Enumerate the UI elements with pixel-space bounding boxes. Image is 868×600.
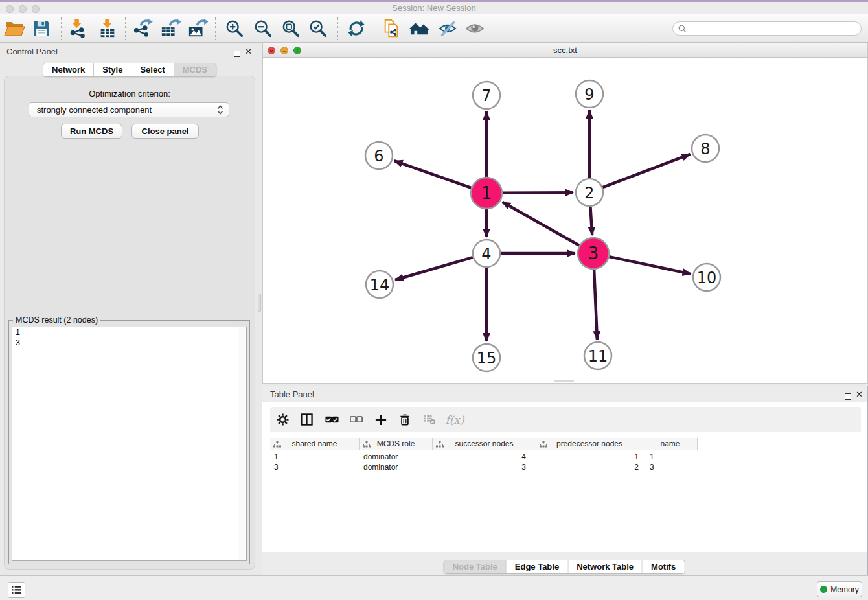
tab-network[interactable]: Network: [43, 63, 94, 76]
column-header-shared-name[interactable]: shared name: [270, 438, 360, 450]
graph-node-10[interactable]: 10: [693, 264, 720, 291]
column-header-mcds-role[interactable]: MCDS role: [360, 438, 433, 450]
graph-node-4[interactable]: 4: [473, 240, 500, 267]
export-image-button[interactable]: [185, 16, 210, 41]
graph-node-6[interactable]: 6: [365, 142, 393, 169]
column-header-successor-nodes[interactable]: successor nodes: [433, 438, 536, 450]
tab-style[interactable]: Style: [94, 63, 131, 76]
run-mcds-button[interactable]: Run MCDS: [61, 124, 122, 139]
open-session-button[interactable]: [2, 16, 27, 41]
delete-table-button[interactable]: [420, 407, 439, 432]
table-row[interactable]: 3 dominator 3 2 3: [270, 462, 861, 472]
panel-splitter-handle[interactable]: [258, 294, 261, 312]
graph-node-8[interactable]: 8: [692, 135, 719, 162]
table-panel-float-button[interactable]: [845, 391, 851, 402]
result-scrollbar[interactable]: [238, 327, 246, 560]
network-canvas[interactable]: 1234678910111415: [263, 58, 867, 384]
mcds-result-item: 3: [12, 338, 246, 348]
graph-edge-1-2[interactable]: [503, 192, 573, 193]
tab-mcds[interactable]: MCDS: [174, 63, 216, 76]
duplicate-network-button[interactable]: [380, 16, 404, 41]
hide-panels-button[interactable]: [435, 16, 460, 41]
graph-edge-2-8[interactable]: [603, 154, 691, 187]
import-network-button[interactable]: [65, 16, 90, 41]
graph-edge-3-1[interactable]: [502, 202, 579, 246]
tab-node-table[interactable]: Node Table: [444, 560, 507, 573]
control-panel-title: Control Panel: [6, 47, 58, 56]
tab-network-table[interactable]: Network Table: [568, 560, 643, 573]
memory-button[interactable]: Memory: [817, 581, 862, 597]
zoom-out-button[interactable]: [251, 16, 275, 41]
create-column-button[interactable]: [371, 407, 391, 432]
open-folder-icon: [4, 19, 25, 38]
window-title: Session: New Session: [0, 2, 868, 14]
import-table-button[interactable]: [95, 16, 120, 41]
table-row[interactable]: 1 dominator 4 1 1: [270, 452, 861, 462]
criterion-select[interactable]: strongly connected component: [29, 102, 229, 117]
graph-node-2[interactable]: 2: [576, 179, 603, 206]
graph-node-9[interactable]: 9: [576, 80, 603, 108]
zoom-in-button[interactable]: [222, 16, 247, 41]
graph-edge-3-11[interactable]: [594, 270, 597, 340]
search-input[interactable]: [690, 24, 861, 33]
tab-motifs[interactable]: Motifs: [643, 560, 684, 573]
control-panel-close-button[interactable]: ✕: [245, 49, 252, 55]
network-window-titlebar[interactable]: × − + scc.txt: [263, 43, 867, 58]
zoom-window-button[interactable]: [32, 5, 40, 13]
table-settings-button[interactable]: [273, 407, 292, 432]
close-window-button[interactable]: [6, 5, 14, 13]
show-columns-button[interactable]: [297, 407, 316, 432]
graph-node-1[interactable]: 1: [471, 178, 502, 209]
mcds-result-list[interactable]: 1 3: [12, 327, 247, 561]
export-image-icon: [187, 19, 208, 38]
hierarchy-icon: [363, 441, 371, 448]
cell-mcds-role: dominator: [360, 452, 433, 462]
home-icon: [408, 19, 430, 38]
graph-node-15[interactable]: 15: [473, 344, 500, 371]
graph-node-3[interactable]: 3: [578, 238, 609, 269]
export-network-icon: [132, 19, 153, 38]
network-hscrollbar[interactable]: [554, 380, 574, 382]
search-box[interactable]: [672, 21, 862, 36]
column-header-name[interactable]: name: [643, 438, 698, 450]
table-panel-close-button[interactable]: ✕: [856, 391, 863, 398]
close-panel-button[interactable]: Close panel: [131, 124, 199, 139]
delete-column-button[interactable]: [395, 407, 415, 432]
refresh-button[interactable]: [344, 16, 369, 41]
control-panel-tabs: Network Style Select MCDS: [43, 63, 216, 77]
function-builder-button[interactable]: f(x): [442, 407, 468, 432]
control-panel-float-button[interactable]: [234, 48, 240, 60]
toolbar-separator: [374, 17, 374, 40]
graph-node-label: 2: [584, 184, 594, 202]
save-session-button[interactable]: [29, 16, 54, 41]
select-all-button[interactable]: [322, 407, 341, 432]
graph-node-11[interactable]: 11: [584, 342, 611, 369]
show-panels-button[interactable]: [463, 16, 487, 41]
task-history-button[interactable]: [8, 582, 25, 598]
minimize-window-button[interactable]: [19, 5, 27, 13]
graph-edge-1-6[interactable]: [394, 161, 472, 188]
fx-icon: f(x): [445, 413, 464, 426]
export-table-button[interactable]: [158, 16, 183, 41]
deselect-all-button[interactable]: [347, 407, 366, 432]
unchecked-boxes-icon: [350, 416, 363, 423]
column-header-predecessor-nodes[interactable]: predecessor nodes: [536, 438, 643, 450]
export-network-button[interactable]: [130, 16, 155, 41]
network-minimize-button[interactable]: −: [280, 47, 288, 54]
graph-node-7[interactable]: 7: [473, 82, 500, 109]
graph-edge-3-10[interactable]: [609, 257, 691, 274]
graph-edge-2-3[interactable]: [590, 207, 592, 235]
graph-node-14[interactable]: 14: [366, 271, 393, 298]
tab-select[interactable]: Select: [131, 63, 174, 76]
network-close-button[interactable]: ×: [268, 47, 275, 54]
zoom-selected-button[interactable]: [306, 16, 330, 41]
home-button[interactable]: [407, 16, 431, 41]
save-icon: [32, 19, 51, 38]
column-label: MCDS role: [377, 439, 415, 448]
graph-node-label: 9: [584, 86, 594, 104]
tab-edge-table[interactable]: Edge Table: [507, 560, 568, 573]
zoom-fit-button[interactable]: [279, 16, 303, 41]
graph-edge-4-14[interactable]: [395, 257, 473, 280]
zoom-fit-icon: [281, 19, 301, 38]
network-zoom-button[interactable]: +: [293, 47, 301, 54]
